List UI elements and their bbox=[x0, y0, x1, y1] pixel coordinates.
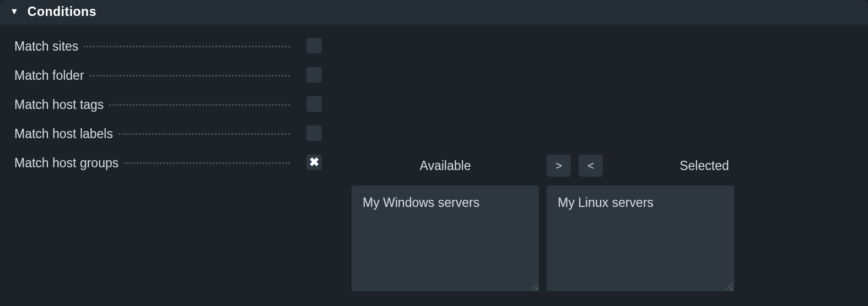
match-sites-checkbox[interactable] bbox=[306, 38, 322, 53]
section-body: Match sites Match folder Match host tags bbox=[0, 25, 868, 299]
condition-label: Match host tags bbox=[14, 97, 107, 112]
x-icon: ✖ bbox=[309, 156, 319, 168]
condition-label-cell: Match host groups bbox=[14, 155, 290, 171]
condition-row: Match folder bbox=[14, 67, 854, 83]
condition-row: Match host labels bbox=[14, 125, 854, 141]
match-folder-checkbox[interactable] bbox=[306, 67, 322, 83]
move-left-button[interactable]: < bbox=[579, 155, 603, 177]
available-header: Available bbox=[352, 159, 539, 173]
chevron-down-icon: ▼ bbox=[10, 7, 19, 16]
condition-label-cell: Match sites bbox=[14, 38, 290, 54]
list-item[interactable]: My Linux servers bbox=[558, 193, 723, 212]
condition-label-cell: Match host labels bbox=[14, 125, 290, 141]
condition-row: Match host tags bbox=[14, 96, 854, 112]
match-host-labels-checkbox[interactable] bbox=[306, 125, 322, 141]
available-listbox[interactable]: My Windows servers bbox=[352, 185, 539, 291]
list-item[interactable]: My Windows servers bbox=[363, 193, 528, 212]
selected-header: Selected bbox=[611, 159, 798, 173]
dotted-leader bbox=[109, 104, 290, 106]
dotted-leader bbox=[118, 133, 290, 135]
dual-list-headers: Available > < Selected bbox=[352, 155, 854, 177]
condition-label-cell: Match folder bbox=[14, 67, 290, 83]
selected-listbox[interactable]: My Linux servers bbox=[547, 185, 734, 291]
condition-label: Match sites bbox=[14, 39, 82, 54]
host-groups-detail: Available > < Selected My Windows server… bbox=[323, 155, 854, 291]
dual-list-bodies: My Windows servers My Linux servers bbox=[352, 185, 854, 291]
conditions-section: ▼ Conditions Match sites Match folder bbox=[0, 0, 868, 299]
move-right-button[interactable]: > bbox=[547, 155, 571, 177]
condition-row: Match sites bbox=[14, 38, 854, 54]
dotted-leader bbox=[124, 162, 290, 164]
dotted-leader bbox=[84, 46, 290, 47]
section-header[interactable]: ▼ Conditions bbox=[0, 0, 868, 25]
section-title: Conditions bbox=[28, 4, 96, 19]
match-host-groups-checkbox[interactable]: ✖ bbox=[306, 155, 322, 170]
condition-row: Match host groups ✖ Available > < Select… bbox=[14, 155, 854, 291]
match-host-tags-checkbox[interactable] bbox=[306, 96, 322, 112]
condition-label-cell: Match host tags bbox=[14, 96, 290, 112]
dotted-leader bbox=[90, 75, 290, 76]
condition-label: Match host groups bbox=[14, 156, 122, 171]
condition-label: Match folder bbox=[14, 68, 88, 83]
condition-label: Match host labels bbox=[14, 127, 116, 141]
